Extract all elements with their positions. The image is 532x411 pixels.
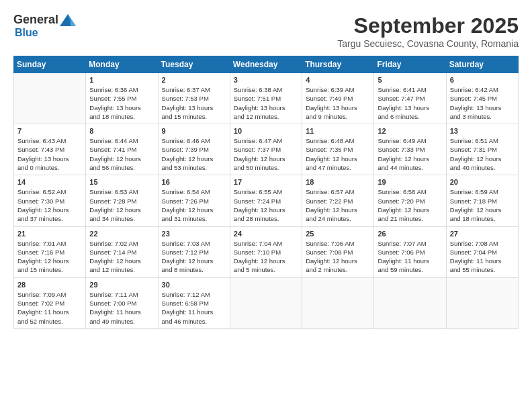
calendar-cell: 16Sunrise: 6:54 AM Sunset: 7:26 PM Dayli…: [158, 175, 230, 226]
day-number: 5: [378, 76, 442, 84]
calendar-cell: 3Sunrise: 6:38 AM Sunset: 7:51 PM Daylig…: [230, 73, 302, 124]
calendar-cell: 19Sunrise: 6:58 AM Sunset: 7:20 PM Dayli…: [374, 175, 446, 226]
day-number: 20: [450, 178, 515, 186]
day-info: Sunrise: 6:55 AM Sunset: 7:24 PM Dayligh…: [234, 187, 298, 223]
day-number: 8: [89, 127, 154, 135]
calendar-cell: [302, 277, 374, 328]
calendar-cell: 29Sunrise: 7:11 AM Sunset: 7:00 PM Dayli…: [86, 277, 158, 328]
calendar-cell: 22Sunrise: 7:02 AM Sunset: 7:14 PM Dayli…: [86, 226, 158, 277]
calendar-week-3: 14Sunrise: 6:52 AM Sunset: 7:30 PM Dayli…: [14, 175, 519, 226]
calendar-cell: 11Sunrise: 6:48 AM Sunset: 7:35 PM Dayli…: [302, 124, 374, 175]
day-number: 28: [17, 281, 82, 289]
calendar-table: SundayMondayTuesdayWednesdayThursdayFrid…: [13, 56, 519, 329]
day-number: 7: [17, 127, 82, 135]
day-info: Sunrise: 7:03 AM Sunset: 7:12 PM Dayligh…: [162, 239, 226, 275]
calendar-cell: 17Sunrise: 6:55 AM Sunset: 7:24 PM Dayli…: [230, 175, 302, 226]
day-number: 21: [17, 230, 82, 238]
calendar-cell: 24Sunrise: 7:04 AM Sunset: 7:10 PM Dayli…: [230, 226, 302, 277]
calendar-cell: 14Sunrise: 6:52 AM Sunset: 7:30 PM Dayli…: [14, 175, 86, 226]
day-number: 13: [450, 127, 515, 135]
calendar-cell: 13Sunrise: 6:51 AM Sunset: 7:31 PM Dayli…: [446, 124, 518, 175]
calendar-cell: 23Sunrise: 7:03 AM Sunset: 7:12 PM Dayli…: [158, 226, 230, 277]
day-info: Sunrise: 7:02 AM Sunset: 7:14 PM Dayligh…: [89, 239, 154, 275]
title-block: September 2025 Targu Secuiesc, Covasna C…: [337, 13, 519, 49]
day-info: Sunrise: 6:42 AM Sunset: 7:45 PM Dayligh…: [450, 85, 515, 121]
day-number: 23: [162, 230, 226, 238]
day-number: 6: [450, 76, 515, 84]
header-saturday: Saturday: [446, 56, 518, 73]
day-number: 10: [234, 127, 298, 135]
day-info: Sunrise: 6:58 AM Sunset: 7:20 PM Dayligh…: [378, 187, 442, 223]
calendar-cell: 30Sunrise: 7:12 AM Sunset: 6:58 PM Dayli…: [158, 277, 230, 328]
header-tuesday: Tuesday: [158, 56, 230, 73]
calendar-cell: 27Sunrise: 7:08 AM Sunset: 7:04 PM Dayli…: [446, 226, 518, 277]
calendar-cell: 10Sunrise: 6:47 AM Sunset: 7:37 PM Dayli…: [230, 124, 302, 175]
month-title: September 2025: [337, 13, 519, 38]
day-number: 24: [234, 230, 298, 238]
day-info: Sunrise: 7:06 AM Sunset: 7:08 PM Dayligh…: [306, 239, 370, 275]
calendar-cell: 7Sunrise: 6:43 AM Sunset: 7:43 PM Daylig…: [14, 124, 86, 175]
day-number: 9: [162, 127, 226, 135]
day-number: 1: [89, 76, 154, 84]
header-sunday: Sunday: [14, 56, 86, 73]
calendar-cell: 9Sunrise: 6:46 AM Sunset: 7:39 PM Daylig…: [158, 124, 230, 175]
day-number: 15: [89, 178, 154, 186]
day-info: Sunrise: 6:41 AM Sunset: 7:47 PM Dayligh…: [378, 85, 442, 121]
logo: General Blue: [13, 13, 76, 39]
day-info: Sunrise: 7:09 AM Sunset: 7:02 PM Dayligh…: [17, 290, 82, 326]
calendar-cell: 2Sunrise: 6:37 AM Sunset: 7:53 PM Daylig…: [158, 73, 230, 124]
day-info: Sunrise: 6:39 AM Sunset: 7:49 PM Dayligh…: [306, 85, 370, 121]
day-info: Sunrise: 7:08 AM Sunset: 7:04 PM Dayligh…: [450, 239, 515, 275]
day-info: Sunrise: 6:38 AM Sunset: 7:51 PM Dayligh…: [234, 85, 298, 121]
calendar-cell: 26Sunrise: 7:07 AM Sunset: 7:06 PM Dayli…: [374, 226, 446, 277]
calendar-cell: [230, 277, 302, 328]
day-number: 29: [89, 281, 154, 289]
day-number: 11: [306, 127, 370, 135]
calendar-cell: 20Sunrise: 6:59 AM Sunset: 7:18 PM Dayli…: [446, 175, 518, 226]
calendar-cell: 5Sunrise: 6:41 AM Sunset: 7:47 PM Daylig…: [374, 73, 446, 124]
day-info: Sunrise: 6:49 AM Sunset: 7:33 PM Dayligh…: [378, 136, 442, 172]
page-header: General Blue September 2025 Targu Secuie…: [13, 13, 519, 49]
day-number: 12: [378, 127, 442, 135]
day-number: 2: [162, 76, 226, 84]
day-info: Sunrise: 6:43 AM Sunset: 7:43 PM Dayligh…: [17, 136, 82, 172]
logo-blue: Blue: [15, 27, 38, 38]
day-info: Sunrise: 6:46 AM Sunset: 7:39 PM Dayligh…: [162, 136, 226, 172]
day-number: 4: [306, 76, 370, 84]
day-info: Sunrise: 6:59 AM Sunset: 7:18 PM Dayligh…: [450, 187, 515, 223]
calendar-week-4: 21Sunrise: 7:01 AM Sunset: 7:16 PM Dayli…: [14, 226, 519, 277]
location: Targu Secuiesc, Covasna County, Romania: [337, 38, 519, 49]
day-info: Sunrise: 7:12 AM Sunset: 6:58 PM Dayligh…: [162, 290, 226, 326]
calendar-cell: 25Sunrise: 7:06 AM Sunset: 7:08 PM Dayli…: [302, 226, 374, 277]
day-info: Sunrise: 6:51 AM Sunset: 7:31 PM Dayligh…: [450, 136, 515, 172]
calendar-cell: 28Sunrise: 7:09 AM Sunset: 7:02 PM Dayli…: [14, 277, 86, 328]
calendar-cell: 4Sunrise: 6:39 AM Sunset: 7:49 PM Daylig…: [302, 73, 374, 124]
calendar-header-row: SundayMondayTuesdayWednesdayThursdayFrid…: [14, 56, 519, 73]
day-number: 22: [89, 230, 154, 238]
header-friday: Friday: [374, 56, 446, 73]
day-number: 26: [378, 230, 442, 238]
day-info: Sunrise: 6:48 AM Sunset: 7:35 PM Dayligh…: [306, 136, 370, 172]
day-number: 19: [378, 178, 442, 186]
header-wednesday: Wednesday: [230, 56, 302, 73]
day-info: Sunrise: 6:37 AM Sunset: 7:53 PM Dayligh…: [162, 85, 226, 121]
calendar-cell: 21Sunrise: 7:01 AM Sunset: 7:16 PM Dayli…: [14, 226, 86, 277]
day-info: Sunrise: 6:52 AM Sunset: 7:30 PM Dayligh…: [17, 187, 82, 223]
logo-text: General: [13, 13, 76, 27]
calendar-cell: 8Sunrise: 6:44 AM Sunset: 7:41 PM Daylig…: [86, 124, 158, 175]
day-info: Sunrise: 6:36 AM Sunset: 7:55 PM Dayligh…: [89, 85, 154, 121]
day-info: Sunrise: 7:11 AM Sunset: 7:00 PM Dayligh…: [89, 290, 154, 326]
day-number: 16: [162, 178, 226, 186]
day-number: 3: [234, 76, 298, 84]
day-number: 18: [306, 178, 370, 186]
day-info: Sunrise: 7:07 AM Sunset: 7:06 PM Dayligh…: [378, 239, 442, 275]
header-thursday: Thursday: [302, 56, 374, 73]
day-info: Sunrise: 6:53 AM Sunset: 7:28 PM Dayligh…: [89, 187, 154, 223]
calendar-cell: 18Sunrise: 6:57 AM Sunset: 7:22 PM Dayli…: [302, 175, 374, 226]
day-info: Sunrise: 7:04 AM Sunset: 7:10 PM Dayligh…: [234, 239, 298, 275]
day-number: 17: [234, 178, 298, 186]
day-info: Sunrise: 7:01 AM Sunset: 7:16 PM Dayligh…: [17, 239, 82, 275]
calendar-cell: [446, 277, 518, 328]
calendar-cell: 6Sunrise: 6:42 AM Sunset: 7:45 PM Daylig…: [446, 73, 518, 124]
calendar-cell: [374, 277, 446, 328]
